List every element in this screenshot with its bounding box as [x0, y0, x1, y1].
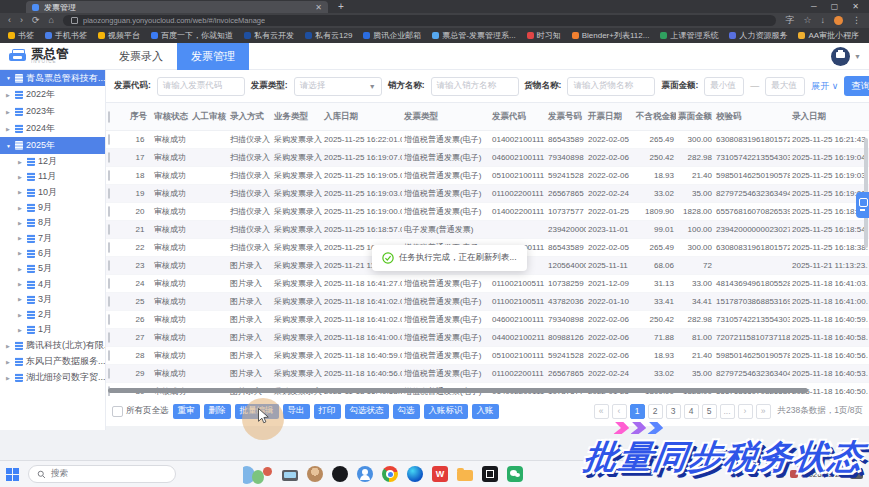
address-bar[interactable]: piaozongguan.yonyoucloud.com/web/#/invoi…: [63, 15, 776, 26]
table-row[interactable]: 24审核成功图片录入采购发票录入2025-11-18 16:41:27.0增值税…: [106, 275, 869, 293]
browser-tab[interactable]: 发票管理 ✕: [26, 1, 328, 13]
page-last-button[interactable]: »: [756, 404, 771, 419]
select-all-rows-checkbox[interactable]: [108, 111, 110, 123]
select-all-checkbox[interactable]: [112, 406, 123, 417]
wps-icon[interactable]: W: [432, 466, 448, 482]
tree-caret-icon[interactable]: ▶: [18, 174, 24, 180]
black-app-icon[interactable]: [482, 466, 498, 482]
sidebar-month-11月[interactable]: ▶11月: [0, 169, 105, 184]
sidebar-year-2025年[interactable]: ▼2025年: [0, 137, 105, 154]
bookmark-item[interactable]: 票总管-发票管理系...: [432, 30, 515, 41]
table-row[interactable]: 26审核成功图片录入采购发票录入2025-11-18 16:41:02.0增值税…: [106, 311, 869, 329]
bookmark-item[interactable]: 视频平台: [98, 30, 140, 41]
row-checkbox[interactable]: [108, 260, 110, 271]
page-number-5[interactable]: 5: [702, 404, 717, 419]
row-checkbox-cell[interactable]: [106, 149, 128, 167]
file-explorer-icon[interactable]: [457, 470, 473, 481]
bookmark-item[interactable]: 时习知: [527, 30, 561, 41]
invoice-code-input[interactable]: 请输入发票代码: [157, 77, 245, 96]
row-checkbox[interactable]: [108, 134, 110, 145]
row-checkbox-cell[interactable]: [106, 185, 128, 203]
bookmark-item[interactable]: 百度一下，你就知道: [151, 30, 233, 41]
table-row[interactable]: 29审核成功图片录入采购发票录入2025-11-18 16:40:56.0增值税…: [106, 365, 869, 383]
row-checkbox[interactable]: [108, 152, 110, 163]
tree-caret-icon[interactable]: ▶: [18, 296, 24, 302]
page-number-4[interactable]: 4: [684, 404, 699, 419]
page-number-3[interactable]: 3: [666, 404, 681, 419]
bookmark-item[interactable]: 私有云开发: [244, 30, 294, 41]
floating-assistant-button[interactable]: [856, 192, 869, 218]
contacts-avatar-icon[interactable]: [307, 466, 323, 482]
bookmark-item[interactable]: AA审批小程序: [798, 30, 859, 41]
bookmark-star-icon[interactable]: ☆: [803, 13, 811, 28]
sidebar-year-2024年[interactable]: ▶2024年: [0, 120, 105, 137]
row-checkbox[interactable]: [108, 332, 110, 343]
row-checkbox-cell[interactable]: [106, 221, 128, 239]
table-row[interactable]: 27审核成功图片录入采购发票录入2025-11-18 16:41:00.0增值税…: [106, 329, 869, 347]
sidebar-company-item[interactable]: ▶湖北细珍司数字贸...: [0, 370, 105, 386]
page-prev-button[interactable]: ‹: [612, 404, 627, 419]
tree-caret-icon[interactable]: ▶: [18, 159, 24, 165]
account-app-icon[interactable]: [357, 466, 373, 482]
row-checkbox-cell[interactable]: [106, 131, 128, 149]
sidebar-month-3月[interactable]: ▶3月: [0, 292, 105, 307]
tree-caret-icon[interactable]: ▶: [6, 109, 12, 115]
start-button[interactable]: [6, 468, 19, 481]
bookmark-item[interactable]: 私有云129: [305, 30, 352, 41]
tree-caret-icon[interactable]: ▶: [6, 375, 12, 381]
home-icon[interactable]: ⌂: [49, 13, 54, 28]
row-checkbox[interactable]: [108, 350, 110, 361]
row-checkbox-cell[interactable]: [106, 347, 128, 365]
row-checkbox[interactable]: [108, 296, 110, 307]
page-first-button[interactable]: «: [594, 404, 609, 419]
tree-caret-icon[interactable]: ▶: [18, 205, 24, 211]
expand-filters-link[interactable]: 展开 ∨: [811, 80, 838, 93]
row-checkbox-cell[interactable]: [106, 311, 128, 329]
page-next-button[interactable]: ›: [738, 404, 753, 419]
sidebar-company-item[interactable]: ▶腾讯科技(北京)有限...: [0, 338, 105, 354]
taskbar-search[interactable]: 搜索: [28, 465, 176, 483]
sidebar-month-6月[interactable]: ▶6月: [0, 246, 105, 261]
footer-button-入账标识[interactable]: 入账标识: [424, 404, 468, 419]
bookmark-item[interactable]: 腾讯企业邮箱: [363, 30, 421, 41]
table-row[interactable]: 19审核成功扫描仪录入采购发票录入2025-11-25 16:19:03.0增值…: [106, 185, 869, 203]
tree-caret-icon[interactable]: ▶: [18, 312, 24, 318]
bookmark-item[interactable]: 书签: [8, 30, 34, 41]
row-checkbox-cell[interactable]: [106, 293, 128, 311]
row-checkbox[interactable]: [108, 224, 110, 235]
tree-caret-icon[interactable]: ▶: [18, 266, 24, 272]
amount-min-input[interactable]: 最小值: [704, 77, 744, 96]
page-number-2[interactable]: 2: [648, 404, 663, 419]
horizontal-scrollbar[interactable]: [108, 388, 808, 393]
dark-app-icon[interactable]: [332, 466, 348, 482]
query-button[interactable]: 查询: [844, 76, 869, 96]
sidebar-year-2023年[interactable]: ▶2023年: [0, 103, 105, 120]
invoice-type-select[interactable]: 请选择▼: [294, 77, 382, 96]
row-checkbox-cell[interactable]: [106, 257, 128, 275]
row-checkbox[interactable]: [108, 278, 110, 289]
sidebar-company-item[interactable]: ▶东风日产数据服务...: [0, 354, 105, 370]
tree-caret-icon[interactable]: ▼: [6, 75, 12, 81]
system-app-icon[interactable]: [282, 470, 298, 481]
table-row[interactable]: 21审核成功扫描仪录入采购发票录入2025-11-25 16:18:57.0电子…: [106, 221, 869, 239]
sidebar-month-2月[interactable]: ▶2月: [0, 307, 105, 322]
browser-profile-avatar[interactable]: [834, 16, 843, 25]
header-checkbox-cell[interactable]: [106, 103, 128, 131]
tree-caret-icon[interactable]: ▶: [18, 281, 24, 287]
new-tab-button[interactable]: +: [338, 1, 344, 13]
row-checkbox[interactable]: [108, 242, 110, 253]
row-checkbox-cell[interactable]: [106, 167, 128, 185]
chrome-icon[interactable]: [382, 466, 398, 482]
table-row[interactable]: 20审核成功扫描仪录入采购发票录入2025-11-25 16:19:00.0增值…: [106, 203, 869, 221]
bookmark-item[interactable]: 手机书签: [45, 30, 87, 41]
sidebar-company-root[interactable]: ▼青岛票总管科技有...: [0, 70, 105, 86]
goods-name-input[interactable]: 请输入货物名称: [567, 77, 655, 96]
page-number-1[interactable]: 1: [630, 404, 645, 419]
row-checkbox-cell[interactable]: [106, 239, 128, 257]
tree-caret-icon[interactable]: ▶: [18, 250, 24, 256]
refresh-icon[interactable]: ⟳: [32, 13, 40, 28]
sidebar-month-1月[interactable]: ▶1月: [0, 322, 105, 337]
footer-button-勾选状态[interactable]: 勾选状态: [345, 404, 389, 419]
table-row[interactable]: 16审核成功扫描仪录入采购发票录入2025-11-25 16:22:01.0增值…: [106, 131, 869, 149]
bookmark-item[interactable]: 上课管理系统: [660, 30, 718, 41]
